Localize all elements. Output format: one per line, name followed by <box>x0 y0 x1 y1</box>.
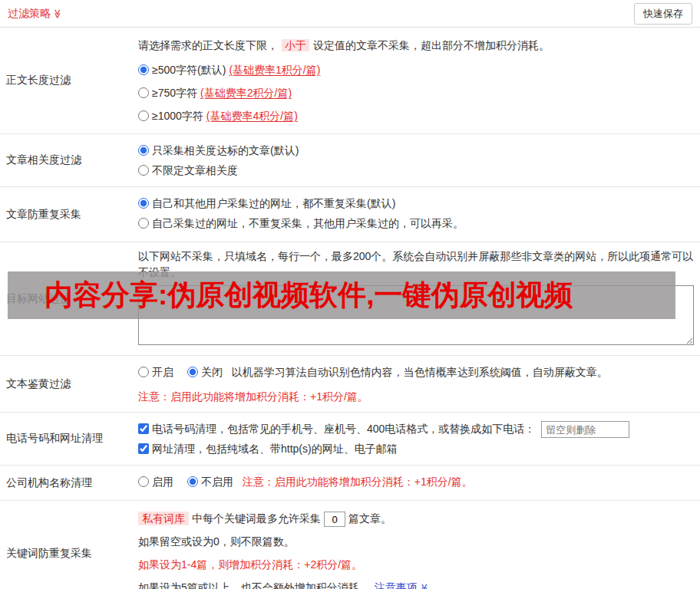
length-500-radio[interactable] <box>138 64 149 75</box>
chevron-down-icon: ≫ <box>52 8 63 18</box>
phone-clean-checkbox[interactable] <box>138 423 149 434</box>
row-content: 自己和其他用户采集过的网址，都不重复采集(默认) 自己采集过的网址，不重复采集，… <box>132 187 700 242</box>
note-five-text: 如果设为5篇或以上，也不会额外增加积分消耗。 <box>138 581 370 589</box>
company-disable-radio[interactable] <box>187 476 198 487</box>
row-label: 公司机构名称清理 <box>0 466 132 500</box>
company-clean-options: 启用 不启用 注意：启用此功能将增加积分消耗：+1积分/篇。 <box>138 472 694 492</box>
dedup-option-own: 自己采集过的网址，不重复采集，其他用户采集过的，可以再采。 <box>138 213 694 233</box>
intro-post: 设定值的文章不采集，超出部分不增加积分消耗。 <box>313 39 550 51</box>
length-intro: 请选择需求的正文长度下限，小于设定值的文章不采集，超出部分不增加积分消耗。 <box>138 37 694 54</box>
dedup-own-radio[interactable] <box>138 218 149 229</box>
option-label: 只采集相关度达标的文章(默认) <box>152 144 299 156</box>
length-option-1000: ≥1000字符(基础费率4积分/篇) <box>138 104 694 127</box>
row-dedup-filter: 文章防重复采集 自己和其他用户采集过的网址，都不重复采集(默认) 自己采集过的网… <box>0 187 700 242</box>
option-label: 自己和其他用户采集过的网址，都不重复采集(默认) <box>152 197 395 209</box>
url-clean-line: 网址清理，包括纯域名、带http(s)的网址、电子邮箱 <box>138 439 694 459</box>
option-label: ≥750字符 <box>152 87 197 99</box>
page-title: 过滤策略 <box>8 7 51 19</box>
relevance-any-radio[interactable] <box>138 165 149 176</box>
fee-note: (基础费率1积分/篇) <box>229 64 320 76</box>
url-clean-label: 网址清理，包括纯域名、带http(s)的网址、电子邮箱 <box>152 443 398 455</box>
watermark-text: 内容分享:伪原创视频软件,一键伪原创视频 <box>45 276 573 314</box>
row-label: 电话号码和网址清理 <box>0 413 132 465</box>
porn-filter-options: 开启 关闭 以机器学习算法自动识别色情内容，当色情概率达到系统阈值，自动屏蔽文章… <box>138 362 694 382</box>
row-content: 私有词库中每个关键词最多允许采集篇文章。 如果留空或设为0，则不限篇数。 如果设… <box>132 501 700 589</box>
limit-text-mid: 中每个关键词最多允许采集 <box>192 512 321 525</box>
row-label: 文本鉴黄过滤 <box>0 356 132 412</box>
row-content: 请选择需求的正文长度下限，小于设定值的文章不采集，超出部分不增加积分消耗。 ≥5… <box>132 28 700 133</box>
option-label: 不启用 <box>201 475 233 488</box>
length-option-500: ≥500字符(默认)(基础费率1积分/篇) <box>138 58 694 81</box>
keyword-note-fee: 如果设为1-4篇，则增加积分消耗：+2积分/篇。 <box>138 553 694 576</box>
private-lexicon-tag[interactable]: 私有词库 <box>138 512 189 525</box>
option-label: ≥1000字符 <box>152 110 203 122</box>
watermark-overlay: 内容分享:伪原创视频软件,一键伪原创视频 <box>8 271 675 319</box>
row-content: 电话号码清理，包括常见的手机号、座机号、400电话格式，或替换成如下电话： 网址… <box>132 413 700 465</box>
keyword-limit-line: 私有词库中每个关键词最多允许采集篇文章。 <box>138 507 694 530</box>
company-clean-note: 注意：启用此功能将增加积分消耗：+1积分/篇。 <box>243 475 473 488</box>
row-label: 正文长度过滤 <box>0 28 132 133</box>
row-content: 开启 关闭 以机器学习算法自动识别色情内容，当色情概率达到系统阈值，自动屏蔽文章… <box>132 356 700 412</box>
length-1000-radio[interactable] <box>138 110 149 121</box>
dedup-option-all: 自己和其他用户采集过的网址，都不重复采集(默认) <box>138 193 694 213</box>
company-enable-radio[interactable] <box>138 476 149 487</box>
row-label: 文章防重复采集 <box>0 187 132 242</box>
row-relevance-filter: 文章相关度过滤 只采集相关度达标的文章(默认) 不限定文章相关度 <box>0 134 700 187</box>
row-phone-url-clean: 电话号码和网址清理 电话号码清理，包括常见的手机号、座机号、400电话格式，或替… <box>0 413 700 466</box>
option-label: 自己采集过的网址，不重复采集，其他用户采集过的，可以再采。 <box>152 217 464 229</box>
top-bar: 过滤策略≫ 快速保存 <box>0 0 700 28</box>
porn-off-radio[interactable] <box>187 367 198 377</box>
option-label: 不限定文章相关度 <box>152 164 238 176</box>
chevron-down-icon: ≫ <box>413 584 436 589</box>
intro-pre: 请选择需求的正文长度下限， <box>138 39 278 51</box>
option-label: 开启 <box>152 366 173 378</box>
relevance-option-any: 不限定文章相关度 <box>138 160 694 180</box>
phone-clean-line: 电话号码清理，包括常见的手机号、座机号、400电话格式，或替换成如下电话： <box>138 419 694 439</box>
fee-note: (基础费率4积分/篇) <box>206 110 298 122</box>
porn-filter-desc: 以机器学习算法自动识别色情内容，当色情概率达到系统阈值，自动屏蔽文章。 <box>232 366 608 378</box>
fee-note: (基础费率2积分/篇) <box>200 87 292 99</box>
relevance-strict-radio[interactable] <box>138 145 149 156</box>
row-keyword-dedup: 关键词防重复采集 私有词库中每个关键词最多允许采集篇文章。 如果留空或设为0，则… <box>0 501 700 589</box>
row-porn-filter: 文本鉴黄过滤 开启 关闭 以机器学习算法自动识别色情内容，当色情概率达到系统阈值… <box>0 356 700 413</box>
phone-clean-label: 电话号码清理，包括常见的手机号、座机号、400电话格式，或替换成如下电话： <box>152 423 535 435</box>
row-label: 关键词防重复采集 <box>0 501 132 589</box>
quick-save-button[interactable]: 快速保存 <box>634 3 692 25</box>
notice-link[interactable]: 注意事项≫ <box>375 581 430 589</box>
replacement-phone-input[interactable] <box>541 421 629 438</box>
option-label: ≥500字符(默认) <box>152 64 226 76</box>
keyword-limit-input[interactable] <box>324 512 345 527</box>
porn-filter-note: 注意：启用此功能将增加积分消耗：+1积分/篇。 <box>138 389 694 404</box>
option-label: 关闭 <box>201 366 223 378</box>
dedup-all-radio[interactable] <box>138 198 149 209</box>
row-company-clean: 公司机构名称清理 启用 不启用 注意：启用此功能将增加积分消耗：+1积分/篇。 <box>0 466 700 501</box>
limit-text-post: 篇文章。 <box>348 512 391 525</box>
less-than-highlight: 小于 <box>282 39 309 51</box>
row-content: 只采集相关度达标的文章(默认) 不限定文章相关度 <box>132 134 700 186</box>
keyword-note-five: 如果设为5篇或以上，也不会额外增加积分消耗。注意事项≫ <box>138 576 694 589</box>
porn-on-radio[interactable] <box>138 367 149 377</box>
row-content: 启用 不启用 注意：启用此功能将增加积分消耗：+1积分/篇。 <box>132 466 700 500</box>
length-option-750: ≥750字符(基础费率2积分/篇) <box>138 81 694 104</box>
length-750-radio[interactable] <box>138 87 149 98</box>
url-clean-checkbox[interactable] <box>138 443 149 454</box>
page-title-group: 过滤策略≫ <box>8 7 63 21</box>
option-label: 启用 <box>152 475 173 488</box>
keyword-note-zero: 如果留空或设为0，则不限篇数。 <box>138 530 694 553</box>
relevance-option-strict: 只采集相关度达标的文章(默认) <box>138 140 694 160</box>
row-label: 文章相关度过滤 <box>0 134 132 186</box>
row-length-filter: 正文长度过滤 请选择需求的正文长度下限，小于设定值的文章不采集，超出部分不增加积… <box>0 28 700 134</box>
